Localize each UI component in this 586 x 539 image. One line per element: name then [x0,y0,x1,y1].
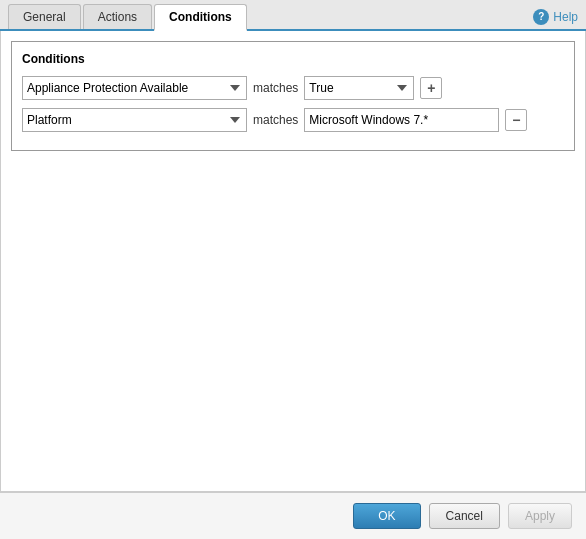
cancel-button[interactable]: Cancel [429,503,500,529]
add-condition-button[interactable]: + [420,77,442,99]
matches-label-1: matches [253,81,298,95]
ok-button[interactable]: OK [353,503,420,529]
apply-button[interactable]: Apply [508,503,572,529]
conditions-group: Conditions Appliance Protection Availabl… [11,41,575,151]
condition-row-1: Appliance Protection Available Platform … [22,76,564,100]
footer: OK Cancel Apply [0,492,586,539]
value-input-2[interactable] [304,108,499,132]
help-icon: ? [533,9,549,25]
help-link[interactable]: ? Help [533,9,578,25]
matches-label-2: matches [253,113,298,127]
remove-condition-button[interactable]: − [505,109,527,131]
main-content: Conditions Appliance Protection Availabl… [0,31,586,492]
conditions-group-title: Conditions [22,52,564,66]
tab-general[interactable]: General [8,4,81,29]
condition-row-2: Platform Appliance Protection Available … [22,108,564,132]
value-select-1[interactable]: True False [304,76,414,100]
field-select-2[interactable]: Platform Appliance Protection Available … [22,108,247,132]
tab-conditions[interactable]: Conditions [154,4,247,31]
field-select-1[interactable]: Appliance Protection Available Platform … [22,76,247,100]
tab-bar: General Actions Conditions ? Help [0,0,586,31]
tabs: General Actions Conditions [8,4,247,29]
tab-actions[interactable]: Actions [83,4,152,29]
